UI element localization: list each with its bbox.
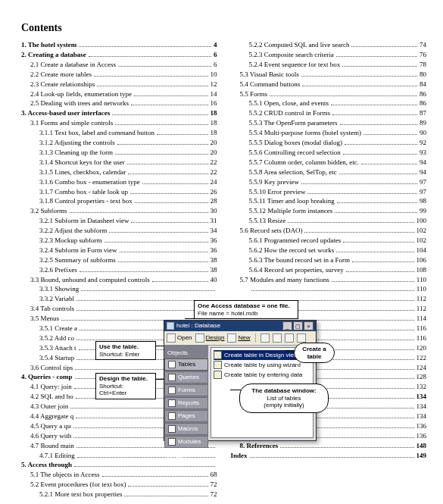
toc-leader [250,451,414,458]
list-item[interactable]: Create table by using wizard [214,360,310,370]
toc-leader [337,197,417,204]
toc-page: 26 [211,188,217,196]
toc-page: 36 [211,246,217,255]
toc-leader [131,99,208,106]
toc-page: 86 [420,90,426,99]
toc-label: 3.1 Forms and simple controls [30,119,113,127]
toc-page: 94 [420,168,426,177]
toc-label: 5.5.3 The OpenForm parameters [249,119,338,127]
toc-leader [339,167,417,174]
toc-row: 5.2.1 More text box properties72 [21,490,217,499]
toc-label: 3.1.1 Text box, label and command button [39,129,154,137]
toc-leader [105,236,208,243]
toc-page: 120 [416,344,427,352]
tb-sep [255,333,256,343]
app-icon [167,322,174,330]
toc-label: 3.1.4 Shortcut keys for the user [39,158,125,167]
toc-label: 5.5.8 Area selection, SelTop, etc [249,168,337,177]
toc-leader [97,80,207,86]
toc-row: 3.1.2 Adjusting the controls20 [21,138,217,147]
tb-new[interactable]: New [227,333,250,343]
toc-row: 3.2.1 Subform in Datasheet view31 [21,217,217,226]
toc-page: 132 [416,383,427,391]
callout-arrow [230,390,241,390]
toc-page: 72 [211,490,217,499]
toc-row: 5.5.8 Area selection, SelTop, etc94 [231,167,427,177]
nav-item-modules[interactable]: Modules [164,436,208,448]
toc-leader [340,119,417,126]
toc-label: 3.5 Menus [30,315,59,323]
nav-item-tables[interactable]: Tables [164,358,208,371]
toc-row: 3.1.8 Control properties - text box28 [21,197,217,206]
list-item-label: Create table by using wizard [224,362,301,369]
toc-leader [81,285,214,292]
tb-open[interactable]: Open [167,333,192,343]
toc-label: 3.1.8 Control properties - text box [39,197,133,205]
toc-leader [89,50,211,57]
toc-label: 5.2.3 Composite search criteria [249,51,334,59]
toc-leader [343,236,413,243]
nav-item-queries[interactable]: Queries [164,371,208,383]
queries-icon [168,374,176,381]
toc-label: 4.2 SQL and ho [30,393,73,401]
toc-leader [270,89,417,96]
toc-page: 24 [211,178,217,186]
toc-page: 106 [416,256,427,265]
minimize-button[interactable]: _ [282,321,292,330]
nav-item-pages[interactable]: Pages [164,410,208,422]
toc-label: 3.1.6 Combo box - enumeration type [39,178,140,186]
toc-page: 90 [420,129,426,137]
list-item[interactable]: Create table by entering data [214,370,310,380]
tb-icon-1[interactable] [260,333,270,343]
toc-page: 18 [211,109,217,117]
callout-create-table: Create a table [294,343,335,363]
toc-row: 5.5.13 Resize100 [231,217,427,226]
toc-page: 22 [211,168,217,177]
callout-create-table-l2: table [307,353,322,360]
toc-page: 110 [416,276,426,284]
toc-leader [335,207,417,214]
toc-page: 100 [416,217,427,225]
nav-item-label: Tables [178,361,195,368]
nav-item-forms[interactable]: Forms [164,384,208,396]
toc-leader [361,158,417,164]
toc-label: 3.1.2 Adjusting the controls [39,139,115,147]
toc-page: 136 [416,432,427,440]
toc-label: 8. References [240,442,279,450]
create-icon [214,371,222,379]
toc-leader [115,148,208,155]
close-button[interactable]: × [304,321,314,330]
nav-item-label: Queries [178,374,199,381]
figure-overlay: One Access database = one file. File nam… [95,300,330,441]
tb-design[interactable]: Design [195,333,225,343]
tb-icon-4[interactable] [297,333,306,343]
toc-label: 3.5.3 Attach t [39,344,76,352]
toc-page: 20 [211,149,217,157]
callout-design-table-l2: Shortcut: Ctrl+Enter [99,383,126,397]
toc-page: 40 [211,276,217,284]
tb-icon-3[interactable] [285,333,294,343]
nav-item-label: Forms [178,387,195,394]
toc-page: 72 [211,481,217,489]
tb-icon-2[interactable] [273,333,282,343]
toc-leader [115,119,207,126]
toc-leader [118,60,211,67]
toc-row: 5.1 The objects in Access68 [21,471,217,480]
toc-row: 2.4 Look-up fields, enumeration type14 [21,89,217,99]
toc-page: 22 [211,158,217,167]
window-titlebar[interactable]: hotel : Database _ ▢ × [164,321,316,331]
toc-page: 134 [416,402,427,411]
toc-label: 5.6.3 The bound record set in a Form [249,256,351,265]
toc-page: 10 [211,70,217,79]
nav-item-macros[interactable]: Macros [164,423,208,435]
toc-row: 5.5 Forms86 [231,89,427,99]
toc-leader [127,158,208,164]
access-db-window: hotel : Database _ ▢ × Open Design New [164,320,317,441]
nav-item-reports[interactable]: Reports [164,397,208,409]
toc-label: Index [231,452,248,460]
toc-label: 3.2.5 Summary of subforms [39,256,116,265]
maximize-button[interactable]: ▢ [293,321,303,330]
toc-page: 36 [211,236,217,245]
toc-row: 3.3.1 Showing [21,285,217,294]
toc-leader [117,138,208,145]
